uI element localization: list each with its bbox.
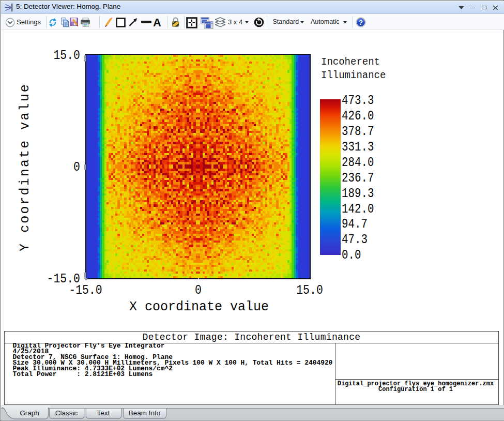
svg-text:?: ? xyxy=(359,18,363,26)
